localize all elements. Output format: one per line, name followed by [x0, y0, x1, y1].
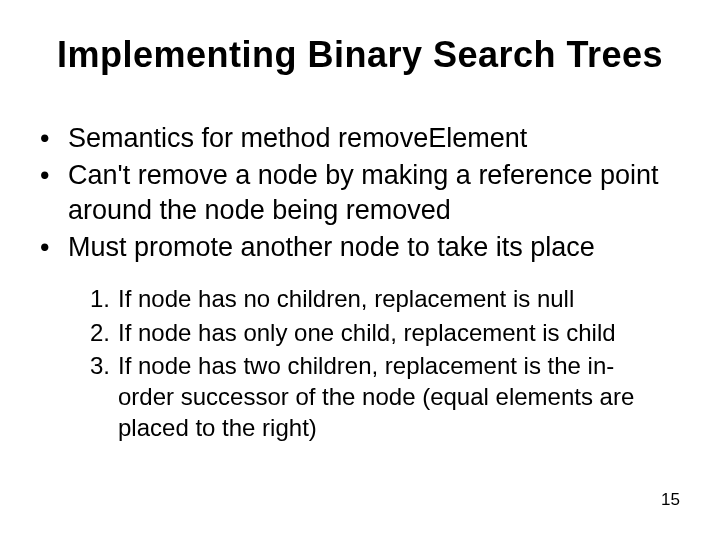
numbered-item: If node has only one child, replacement … [90, 317, 650, 348]
page-number: 15 [661, 490, 680, 510]
numbered-list: If node has no children, replacement is … [30, 283, 650, 443]
bullet-list: Semantics for method removeElement Can't… [30, 121, 690, 265]
bullet-item: Must promote another node to take its pl… [40, 230, 690, 265]
slide-title: Implementing Binary Search Trees [30, 34, 690, 76]
numbered-item: If node has two children, replacement is… [90, 350, 650, 444]
bullet-item: Semantics for method removeElement [40, 121, 690, 156]
bullet-item: Can't remove a node by making a referenc… [40, 158, 690, 228]
numbered-item: If node has no children, replacement is … [90, 283, 650, 314]
slide: Implementing Binary Search Trees Semanti… [0, 0, 720, 540]
